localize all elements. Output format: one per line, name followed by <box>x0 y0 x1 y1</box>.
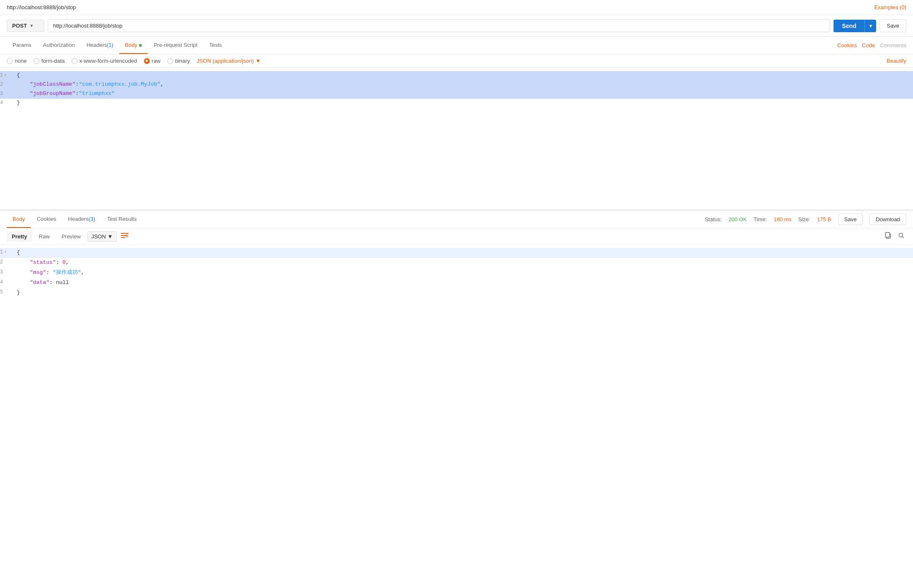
response-download-button[interactable]: Download <box>869 214 906 225</box>
send-button-group: Send ▼ <box>833 20 876 32</box>
time-label: Time: <box>754 216 767 222</box>
method-label: POST <box>12 23 27 29</box>
resp-line-1: 1 ▾ { <box>0 248 913 258</box>
svg-line-7 <box>903 237 904 238</box>
body-dot <box>139 44 142 47</box>
tab-prerequest[interactable]: Pre-request Script <box>148 37 203 54</box>
line-number-3: 3 <box>0 89 15 98</box>
resp-tab-cookies[interactable]: Cookies <box>31 211 62 228</box>
url-bar: POST ▼ Send ▼ Save <box>0 15 913 37</box>
size-value: 175 B <box>817 216 831 222</box>
tab-headers[interactable]: Headers(1) <box>81 37 119 54</box>
tab-params[interactable]: Params <box>7 37 37 54</box>
resp-code-content-4: "data": null <box>15 278 913 287</box>
resp-code-content-2: "status": 0, <box>15 258 913 267</box>
svg-rect-5 <box>885 233 890 237</box>
line-number-1: 1 ▾ <box>0 71 15 79</box>
line-number-2: 2 <box>0 80 15 89</box>
resp-tab-headers[interactable]: Headers(3) <box>62 211 101 228</box>
svg-rect-2 <box>121 237 125 238</box>
examples-link[interactable]: Examples (0) <box>874 4 906 10</box>
request-body-editor[interactable]: 1 ▾ { 2 "jobClassName":"com.triumphxx.jo… <box>0 68 913 210</box>
tab-tests[interactable]: Tests <box>203 37 228 54</box>
resp-line-number-1: 1 ▾ <box>0 248 15 256</box>
resp-tab-test-results[interactable]: Test Results <box>101 211 143 228</box>
url-input[interactable] <box>48 19 830 32</box>
search-button[interactable] <box>896 231 906 241</box>
time-value: 180 ms <box>774 216 792 222</box>
top-bar-url: http://localhost:8888/job/stop <box>7 4 76 10</box>
cookies-link[interactable]: Cookies <box>837 42 857 49</box>
resp-line-2: 2 "status": 0, <box>0 258 913 268</box>
resp-line-number-5: 5 <box>0 288 15 297</box>
wrap-button[interactable] <box>118 231 131 242</box>
code-line-2: 2 "jobClassName":"com.triumphxx.job.MyJo… <box>0 80 913 89</box>
status-value: 200 OK <box>728 216 747 222</box>
response-format-right <box>883 231 906 241</box>
body-options: none form-data x-www-form-urlencoded raw… <box>0 54 913 68</box>
save-button[interactable]: Save <box>880 19 906 32</box>
radio-raw-circle <box>144 58 150 64</box>
json-type-selector[interactable]: JSON (application/json) ▼ <box>197 58 261 64</box>
resp-tab-body[interactable]: Body <box>7 211 31 228</box>
resp-line-5: 5 } <box>0 288 913 298</box>
request-tabs-right: Cookies Code Comments <box>837 42 906 49</box>
json-type-arrow: ▼ <box>255 58 261 64</box>
beautify-button[interactable]: Beautify <box>887 58 906 64</box>
radio-binary[interactable]: binary <box>167 58 190 64</box>
radio-urlencoded-circle <box>72 58 77 64</box>
radio-urlencoded[interactable]: x-www-form-urlencoded <box>72 58 137 64</box>
body-options-left: none form-data x-www-form-urlencoded raw… <box>7 58 261 64</box>
response-save-button[interactable]: Save <box>838 214 863 225</box>
response-tabs-bar: Body Cookies Headers(3) Test Results Sta… <box>0 211 913 228</box>
radio-form-data[interactable]: form-data <box>33 58 65 64</box>
code-content-1: { <box>15 71 913 80</box>
status-label: Status: <box>705 216 721 222</box>
response-section: Body Cookies Headers(3) Test Results Sta… <box>0 210 913 328</box>
radio-binary-circle <box>167 58 173 64</box>
radio-raw[interactable]: raw <box>144 58 161 64</box>
json-select-arrow: ▼ <box>108 233 113 240</box>
resp-code-content-3: "msg": "操作成功", <box>15 268 913 277</box>
code-content-2: "jobClassName":"com.triumphxx.job.MyJob"… <box>15 80 913 89</box>
code-content-3: "jobGroupName":"triumphxx" <box>15 89 913 98</box>
headers-badge: (1) <box>107 42 113 48</box>
resp-line-number-3: 3 <box>0 268 15 276</box>
resp-line-4: 4 "data": null <box>0 278 913 288</box>
response-format-left: Pretty Raw Preview JSON ▼ <box>7 231 131 242</box>
code-link[interactable]: Code <box>862 42 875 49</box>
send-dropdown-button[interactable]: ▼ <box>865 20 876 32</box>
resp-line-number-4: 4 <box>0 278 15 286</box>
request-tabs: Params Authorization Headers(1) Body Pre… <box>0 37 913 54</box>
copy-button[interactable] <box>883 231 893 241</box>
response-body-code[interactable]: 1 ▾ { 2 "status": 0, 3 "msg": "操作成功", 4 … <box>0 245 913 328</box>
tab-authorization[interactable]: Authorization <box>37 37 81 54</box>
format-pretty[interactable]: Pretty <box>7 231 32 242</box>
status-bar: Status: 200 OK Time: 180 ms Size: 175 B … <box>705 214 906 225</box>
method-selector[interactable]: POST ▼ <box>7 20 44 32</box>
comments-link[interactable]: Comments <box>880 42 906 49</box>
method-dropdown-arrow: ▼ <box>29 23 33 28</box>
code-line-1: 1 ▾ { <box>0 71 913 80</box>
request-tabs-left: Params Authorization Headers(1) Body Pre… <box>7 37 228 54</box>
format-preview[interactable]: Preview <box>56 231 86 242</box>
radio-form-data-circle <box>33 58 39 64</box>
top-bar: http://localhost:8888/job/stop Examples … <box>0 0 913 15</box>
response-format-bar: Pretty Raw Preview JSON ▼ <box>0 228 913 245</box>
send-button[interactable]: Send <box>833 20 865 32</box>
radio-none[interactable]: none <box>7 58 27 64</box>
code-line-3: 3 "jobGroupName":"triumphxx" <box>0 89 913 99</box>
resp-line-3: 3 "msg": "操作成功", <box>0 268 913 278</box>
svg-rect-0 <box>121 233 128 234</box>
resp-code-content-1: { <box>15 248 913 257</box>
format-raw[interactable]: Raw <box>34 231 55 242</box>
line-number-4: 4 <box>0 99 15 107</box>
response-json-selector[interactable]: JSON ▼ <box>87 231 117 242</box>
tab-body[interactable]: Body <box>119 37 148 54</box>
svg-point-6 <box>899 233 903 237</box>
code-content-4: } <box>15 99 913 107</box>
resp-headers-badge: (3) <box>89 216 95 222</box>
code-line-4: 4 } <box>0 99 913 108</box>
size-label: Size: <box>798 216 810 222</box>
radio-none-circle <box>7 58 13 64</box>
